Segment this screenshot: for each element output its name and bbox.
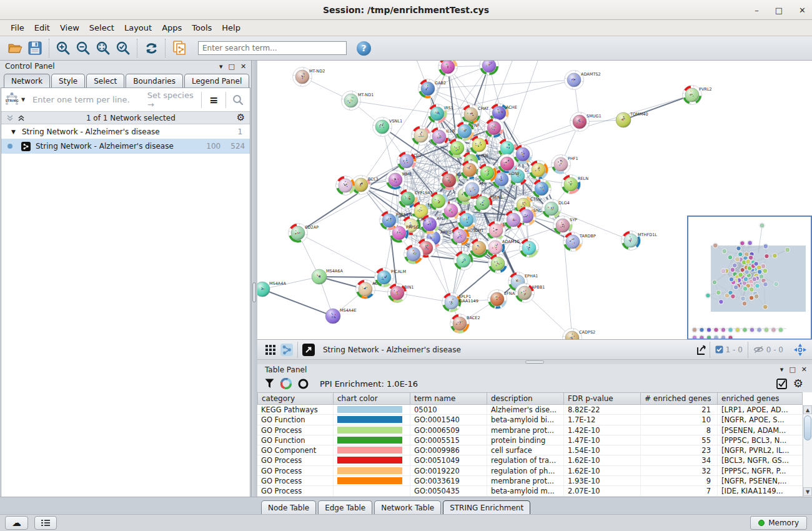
- table-row[interactable]: GO FunctionGO:0005515protein binding1.47…: [257, 435, 803, 445]
- network-node-apbb1[interactable]: APBB1: [515, 284, 545, 303]
- string-options-button[interactable]: ≡: [202, 89, 225, 111]
- zoom-selected-button[interactable]: [113, 38, 133, 58]
- expand-all-icon[interactable]: [17, 114, 25, 122]
- menu-layout[interactable]: Layout: [120, 21, 156, 34]
- network-node-smug1[interactable]: SMUG1: [570, 112, 602, 132]
- table-row[interactable]: KEGG Pathways05010Alzheimer's dise...8.8…: [257, 405, 803, 415]
- scroll-down-icon[interactable]: ▼: [803, 487, 812, 496]
- panel-close-icon[interactable]: ✕: [240, 62, 246, 71]
- save-session-button[interactable]: [25, 38, 45, 58]
- column-header[interactable]: term name: [410, 392, 487, 405]
- ring-chart-icon[interactable]: [298, 379, 309, 389]
- tree-expand-icon[interactable]: ▼: [11, 129, 16, 135]
- open-session-button[interactable]: [5, 38, 25, 58]
- select-checkbox-icon[interactable]: [776, 379, 787, 389]
- zoom-in-button[interactable]: [53, 38, 73, 58]
- network-node-tomm40[interactable]: TOMM40: [616, 112, 648, 127]
- gear-icon[interactable]: ⚙: [237, 113, 245, 122]
- zoom-fit-button[interactable]: [93, 38, 113, 58]
- species-hint[interactable]: Set species →: [147, 91, 201, 109]
- table-row[interactable]: GO ComponentGO:0009986cell surface1.54E-…: [257, 445, 803, 455]
- menu-edit[interactable]: Edit: [30, 21, 54, 34]
- collection-row[interactable]: ▼ String Network - Alzheimer's disease 1: [1, 124, 250, 139]
- network-node[interactable]: [412, 126, 431, 146]
- column-header[interactable]: chart color: [334, 392, 410, 405]
- network-node[interactable]: [429, 192, 448, 211]
- table-row[interactable]: GO ProcessGO:0051049regulation of tra...…: [257, 455, 803, 465]
- minimize-button[interactable]: –: [755, 6, 759, 15]
- network-node-adam10[interactable]: ADAM10: [486, 238, 520, 257]
- network-node-efna5[interactable]: EFNA5: [488, 290, 518, 309]
- table-scrollbar[interactable]: ▲ ▼: [803, 405, 812, 497]
- network-node[interactable]: [485, 119, 504, 138]
- vertical-splitter[interactable]: [252, 61, 257, 497]
- network-node[interactable]: [529, 161, 548, 180]
- maximize-button[interactable]: □: [775, 6, 783, 15]
- menu-apps[interactable]: Apps: [157, 21, 186, 34]
- memory-button[interactable]: Memory: [750, 516, 807, 530]
- tab-edge-table[interactable]: Edge Table: [318, 500, 372, 514]
- navigator-button[interactable]: [792, 342, 808, 358]
- scroll-up-icon[interactable]: ▲: [803, 405, 812, 414]
- birds-eye-view[interactable]: [687, 216, 812, 339]
- network-node[interactable]: [480, 61, 499, 76]
- network-node[interactable]: [448, 139, 467, 158]
- panel-menu-icon[interactable]: ▾: [780, 365, 784, 374]
- string-query-placeholder[interactable]: Enter one term per line.: [32, 95, 130, 104]
- network-node-mthfd1l[interactable]: MTHFD1L: [621, 231, 658, 251]
- cloud-tasks-button[interactable]: ☁: [5, 516, 28, 530]
- string-search-button[interactable]: [226, 89, 250, 111]
- network-node[interactable]: [470, 239, 489, 258]
- network-node-ms4a4e[interactable]: MS4A4E: [325, 308, 357, 324]
- panel-float-icon[interactable]: □: [789, 365, 795, 374]
- network-node[interactable]: [457, 211, 477, 230]
- grid-mode-button[interactable]: [262, 342, 279, 358]
- network-node-aplp1[interactable]: APLP1KIAA1149: [442, 293, 478, 312]
- network-node-adamts2[interactable]: ADAMTS2: [565, 71, 601, 90]
- network-node[interactable]: [520, 239, 539, 258]
- panel-menu-icon[interactable]: ▾: [219, 62, 223, 71]
- tab-string-enrichment[interactable]: STRING Enrichment: [443, 500, 530, 514]
- search-input[interactable]: [198, 41, 347, 55]
- network-node[interactable]: [532, 179, 552, 199]
- panel-float-icon[interactable]: □: [229, 62, 235, 71]
- network-node[interactable]: [454, 251, 473, 270]
- horizontal-splitter[interactable]: [257, 359, 812, 364]
- network-node[interactable]: [336, 176, 355, 196]
- renderer-button[interactable]: [300, 342, 317, 358]
- table-row[interactable]: GO ProcessGO:0019220regulation of ph...1…: [257, 466, 803, 476]
- scroll-thumb[interactable]: [804, 415, 811, 440]
- network-canvas[interactable]: MT-ND2MT-ND1VSNL1GAB2IRS1CHATACHEIL1BTNF…: [257, 61, 812, 339]
- network-node-bin1[interactable]: BIN1: [388, 284, 414, 303]
- close-button[interactable]: ✕: [799, 6, 806, 15]
- menu-select[interactable]: Select: [85, 21, 119, 34]
- network-node-pvrl2[interactable]: PVRL2: [683, 86, 712, 105]
- splitter-handle[interactable]: [525, 360, 544, 364]
- network-row-selected[interactable]: String Network - Alzheimer's disease 100…: [1, 139, 250, 154]
- network-node[interactable]: [460, 161, 480, 180]
- collapse-all-icon[interactable]: [6, 114, 14, 122]
- network-node-dlg4[interactable]: DLG4: [542, 199, 570, 219]
- network-node[interactable]: [513, 145, 533, 164]
- pie-chart-icon[interactable]: [280, 378, 292, 389]
- network-node-mt-nd1[interactable]: MT-ND1: [342, 91, 374, 111]
- refresh-button[interactable]: [141, 38, 161, 58]
- network-node-chat[interactable]: CHAT: [462, 105, 489, 124]
- panel-close-icon[interactable]: ✕: [801, 365, 807, 374]
- table-row[interactable]: GO ProcessGO:0033619membrane prot...1.93…: [257, 476, 803, 486]
- table-row[interactable]: GO ProcessGO:0006509membrane prot...1.42…: [257, 425, 803, 435]
- network-node-mt-nd2[interactable]: MT-ND2: [293, 67, 325, 87]
- tab-network-table[interactable]: Network Table: [374, 500, 441, 514]
- tab-network[interactable]: Network: [4, 74, 50, 87]
- menu-tools[interactable]: Tools: [187, 21, 216, 34]
- network-node[interactable]: [478, 164, 497, 183]
- tab-boundaries[interactable]: Boundaries: [126, 74, 183, 87]
- table-row[interactable]: GO FunctionGO:0001540beta-amyloid bi...1…: [257, 415, 803, 425]
- network-node-phf1[interactable]: PHF1: [552, 155, 578, 174]
- task-history-button[interactable]: [34, 516, 57, 530]
- network-node-reln[interactable]: RELN: [562, 175, 589, 194]
- export-view-button[interactable]: [693, 342, 710, 358]
- tab-style[interactable]: Style: [51, 74, 85, 87]
- filter-icon[interactable]: [265, 379, 274, 389]
- tab-node-table[interactable]: Node Table: [261, 500, 316, 514]
